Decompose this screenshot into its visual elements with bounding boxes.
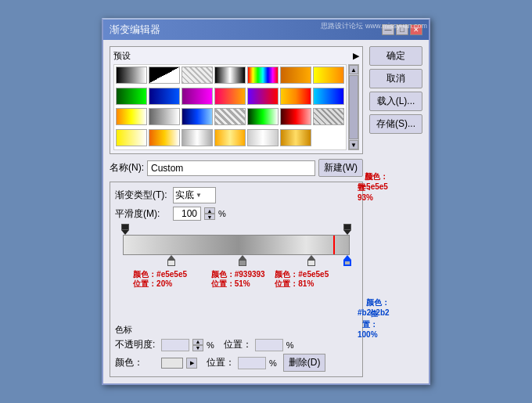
gradient-type-label: 渐变类型(T): xyxy=(115,189,170,202)
new-button[interactable]: 新建(W) xyxy=(318,159,363,177)
color-row: 颜色： ▶ 位置： % 删除(D) xyxy=(115,354,358,372)
watermark: 思路设计论坛 www.missyuan.com xyxy=(321,21,427,31)
preset-swatch[interactable] xyxy=(247,108,279,125)
gradient-type-value: 实底 xyxy=(175,189,194,202)
options-group: 渐变类型(T): 实底 ▼ 颜色：#e5e5e5 位置：93% 平滑度(M): xyxy=(110,182,363,377)
preset-swatch[interactable] xyxy=(149,88,180,105)
color-stop-annotations: 颜色：#e5e5e5 位置：20% 颜色：#939393 位置：51% 颜色：#… xyxy=(121,269,358,294)
opacity-stop-marker xyxy=(121,224,129,230)
opacity-label: 不透明度: xyxy=(115,338,158,351)
smoothness-stepper: ▲ ▼ xyxy=(204,207,215,220)
gradient-type-row: 渐变类型(T): 实底 ▼ 颜色：#e5e5e5 位置：93% xyxy=(115,187,358,203)
cancel-button[interactable]: 取消 xyxy=(369,69,422,88)
preset-swatch[interactable] xyxy=(149,67,180,84)
annotation-stop-pos4: 位置：100% xyxy=(358,308,378,339)
preset-swatch[interactable] xyxy=(116,108,147,125)
smoothness-unit: % xyxy=(218,209,226,218)
preset-scrollbar: ▲ ▼ xyxy=(348,64,359,150)
opacity-stops-row xyxy=(121,224,351,235)
preset-swatch[interactable] xyxy=(116,88,147,105)
annotation-pos1: 位置：93% xyxy=(358,171,373,202)
name-input[interactable] xyxy=(147,160,315,176)
preset-swatch[interactable] xyxy=(182,108,213,125)
position-input2[interactable] xyxy=(238,357,266,369)
preset-scroll-area: ▲ ▼ xyxy=(113,64,359,150)
opacity-stepper: ▲ ▼ xyxy=(192,339,203,351)
color-stepper: ▶ xyxy=(186,358,197,369)
preset-swatch[interactable] xyxy=(280,67,311,84)
delete-button[interactable]: 删除(D) xyxy=(283,354,326,372)
color-stop-81[interactable] xyxy=(307,255,315,266)
preset-grid xyxy=(113,64,347,150)
presets-arrow-icon[interactable]: ▶ xyxy=(353,51,359,61)
position-indicator-line xyxy=(333,236,335,254)
preset-swatch[interactable] xyxy=(149,129,180,146)
presets-group: 预设 ▶ xyxy=(110,46,363,154)
opacity-input[interactable] xyxy=(161,339,189,351)
position-unit2: % xyxy=(269,358,277,368)
gradient-editor-dialog: 渐变编辑器 — □ ✕ 预设 ▶ xyxy=(102,18,430,385)
stepper-down-button[interactable]: ▼ xyxy=(204,214,215,220)
ok-button[interactable]: 确定 xyxy=(369,46,422,66)
preset-swatch[interactable] xyxy=(116,67,147,84)
color-stop-swatch-51 xyxy=(239,260,246,266)
preset-swatch[interactable] xyxy=(149,108,180,125)
opacity-stop-right[interactable] xyxy=(343,224,351,235)
preset-swatch[interactable] xyxy=(247,88,279,105)
position-label2: 位置： xyxy=(207,356,235,369)
gradient-bar[interactable] xyxy=(123,235,350,255)
preset-swatch[interactable] xyxy=(247,67,279,84)
scroll-down-button[interactable]: ▼ xyxy=(349,140,358,149)
preset-swatch[interactable] xyxy=(247,129,279,146)
load-button[interactable]: 载入(L)... xyxy=(369,92,422,111)
name-label: 名称(N): xyxy=(110,161,144,175)
gradient-bar-container xyxy=(123,235,350,255)
preset-swatch[interactable] xyxy=(214,129,246,146)
color-stop-51[interactable] xyxy=(239,255,246,266)
color-stop-100[interactable] xyxy=(343,255,351,266)
annotation-stop-pos2: 位置：51% xyxy=(211,279,250,290)
left-panel: 预设 ▶ xyxy=(110,46,363,377)
preset-swatch[interactable] xyxy=(313,108,344,125)
color-swatch[interactable] xyxy=(161,358,183,369)
opacity-stop-left[interactable] xyxy=(121,224,129,235)
preset-swatch[interactable] xyxy=(182,67,213,84)
gradient-type-section: 渐变类型(T): 实底 ▼ 颜色：#e5e5e5 位置：93% 平滑度(M): xyxy=(115,187,358,221)
smoothness-row: 平滑度(M): 100 ▲ ▼ % xyxy=(115,207,358,221)
opacity-stepper-up[interactable]: ▲ xyxy=(192,339,203,345)
opacity-row: 不透明度: ▲ ▼ % 位置： % xyxy=(115,338,358,351)
color-stops-row xyxy=(121,255,351,268)
preset-swatch[interactable] xyxy=(280,108,311,125)
position-input1[interactable] xyxy=(255,339,283,351)
gradient-type-select[interactable]: 实底 ▼ xyxy=(173,187,216,203)
presets-label: 预设 xyxy=(113,50,131,62)
opacity-stepper-down[interactable]: ▼ xyxy=(192,345,203,351)
preset-swatch[interactable] xyxy=(182,129,213,146)
save-button[interactable]: 存储(S)... xyxy=(369,114,422,134)
preset-swatch[interactable] xyxy=(214,108,246,125)
preset-swatch[interactable] xyxy=(182,88,213,105)
preset-swatch[interactable] xyxy=(280,88,311,105)
dropdown-arrow-icon: ▼ xyxy=(196,192,202,199)
color-label: 颜色： xyxy=(115,356,158,369)
scroll-thumb[interactable] xyxy=(349,75,358,139)
presets-header: 预设 ▶ xyxy=(113,50,359,62)
color-stop-label: 色标 xyxy=(115,325,132,334)
preset-swatch[interactable] xyxy=(313,88,344,105)
color-stop-20[interactable] xyxy=(167,255,175,266)
preset-swatch[interactable] xyxy=(214,88,246,105)
gradient-preview-area: 颜色：#e5e5e5 位置：20% 颜色：#939393 位置：51% 颜色：#… xyxy=(115,224,358,294)
annotation-stop-pos1: 位置：20% xyxy=(133,279,172,290)
preset-swatch[interactable] xyxy=(214,67,246,84)
scroll-up-button[interactable]: ▲ xyxy=(349,65,358,74)
opacity-unit: % xyxy=(207,340,214,350)
stepper-up-button[interactable]: ▲ xyxy=(204,207,215,214)
smoothness-input[interactable]: 100 xyxy=(173,207,201,221)
color-stop-section: 色标 不透明度: ▲ ▼ % 位置： % xyxy=(115,324,358,372)
color-stop-swatch-100 xyxy=(343,260,351,266)
preset-swatch[interactable] xyxy=(313,67,344,84)
preset-swatch[interactable] xyxy=(116,129,147,146)
preset-swatch[interactable] xyxy=(280,129,311,146)
preset-grid-container xyxy=(113,64,347,150)
color-stepper-up[interactable]: ▶ xyxy=(186,358,197,369)
